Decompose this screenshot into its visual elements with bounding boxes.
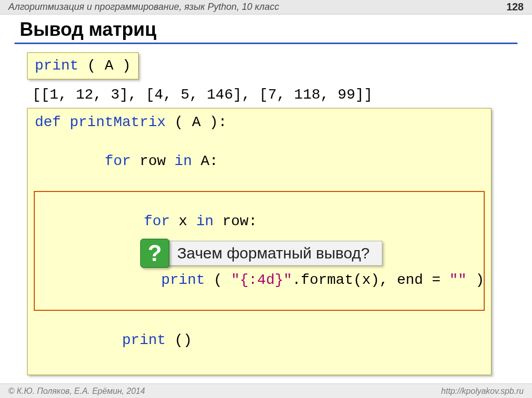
- code-box-print: print ( A ): [27, 52, 139, 79]
- raw-output: [[1, 12, 3], [4, 5, 146], [7, 118, 99]]: [32, 87, 517, 103]
- footer-url: http://kpolyakov.spb.ru: [441, 387, 524, 396]
- code-text: row: [131, 153, 175, 169]
- fn-print: print: [87, 332, 166, 348]
- str-literal: "": [449, 272, 467, 288]
- fn-name: printMatrix: [61, 114, 166, 130]
- code-kw-print: print: [35, 58, 78, 74]
- code-text: row:: [214, 213, 257, 229]
- fn-print: print: [109, 272, 205, 288]
- copyright: © К.Ю. Поляков, Е.А. Ерёмин, 2014: [8, 387, 145, 396]
- page-number: 128: [507, 1, 524, 13]
- footer-bar: © К.Ю. Поляков, Е.А. Ерёмин, 2014 http:/…: [0, 383, 532, 398]
- code-text: ( A ): [78, 58, 131, 74]
- kw-for: for: [87, 153, 131, 169]
- callout-row: ? Зачем форматный вывод?: [140, 239, 382, 268]
- code-text: .format(x), end: [292, 272, 423, 288]
- code-line-1: def printMatrix ( A ):: [35, 113, 484, 132]
- code-line-2: for row in A:: [35, 132, 484, 191]
- kw-in: in: [175, 153, 192, 169]
- code-text: =: [423, 272, 449, 288]
- code-text: ( A ):: [166, 114, 227, 130]
- str-literal: "{:4d}": [231, 272, 292, 288]
- slide-content: Вывод матриц print ( A ) [[1, 12, 3], [4…: [0, 15, 532, 398]
- kw-def: def: [35, 114, 61, 130]
- page-title: Вывод матриц: [15, 18, 517, 44]
- kw-in: in: [196, 213, 214, 229]
- code-text: (: [205, 272, 231, 288]
- code-text: x: [170, 213, 196, 229]
- code-line-5: print (): [35, 311, 484, 369]
- code-text: (): [166, 332, 192, 348]
- question-mark-icon: ?: [140, 239, 169, 268]
- callout-text: Зачем форматный вывод?: [165, 241, 382, 266]
- code-text: ): [467, 272, 484, 288]
- header-bar: Алгоритмизация и программирование, язык …: [0, 0, 532, 15]
- breadcrumb: Алгоритмизация и программирование, язык …: [8, 2, 279, 12]
- code-text: A:: [192, 153, 218, 169]
- kw-for: for: [109, 213, 170, 229]
